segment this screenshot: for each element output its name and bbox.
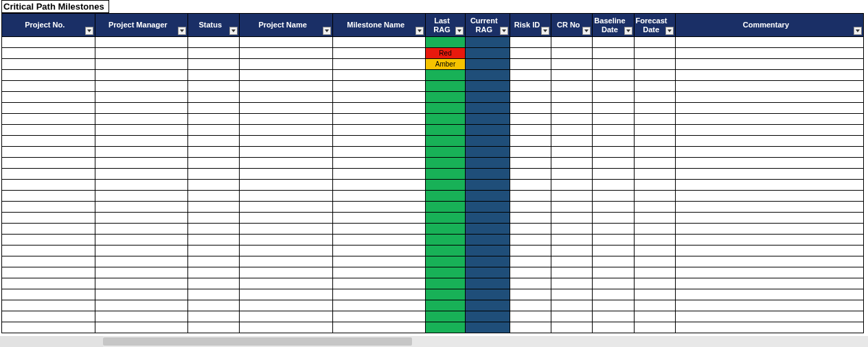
cell[interactable]	[2, 147, 95, 158]
cell[interactable]	[675, 136, 863, 147]
filter-dropdown-icon[interactable]	[85, 27, 93, 35]
cell[interactable]	[188, 300, 240, 311]
current-rag-cell[interactable]	[465, 202, 510, 213]
cell[interactable]	[332, 48, 426, 59]
cell[interactable]	[551, 311, 593, 322]
cell[interactable]	[332, 300, 426, 311]
cell[interactable]	[510, 125, 551, 136]
cell[interactable]	[675, 235, 863, 246]
cell[interactable]	[551, 213, 593, 224]
cell[interactable]	[2, 235, 95, 246]
cell[interactable]	[675, 92, 863, 103]
cell[interactable]	[634, 202, 675, 213]
cell[interactable]	[593, 81, 634, 92]
cell[interactable]	[675, 191, 863, 202]
cell[interactable]	[675, 169, 863, 180]
cell[interactable]	[332, 322, 426, 333]
cell[interactable]	[593, 147, 634, 158]
cell[interactable]	[593, 224, 634, 235]
cell[interactable]	[332, 267, 426, 278]
current-rag-cell[interactable]	[465, 246, 510, 256]
cell[interactable]	[332, 37, 426, 48]
cell[interactable]	[240, 37, 333, 48]
current-rag-cell[interactable]	[465, 322, 510, 333]
cell[interactable]	[551, 191, 593, 202]
last-rag-cell[interactable]	[426, 125, 465, 136]
cell[interactable]	[593, 289, 634, 300]
cell[interactable]	[510, 202, 551, 213]
cell[interactable]	[332, 103, 426, 114]
cell[interactable]	[593, 125, 634, 136]
cell[interactable]	[240, 114, 333, 125]
cell[interactable]	[675, 125, 863, 136]
cell[interactable]	[510, 103, 551, 114]
cell[interactable]	[510, 246, 551, 256]
cell[interactable]	[593, 235, 634, 246]
cell[interactable]	[551, 59, 593, 70]
cell[interactable]	[240, 81, 333, 92]
cell[interactable]	[2, 300, 95, 311]
cell[interactable]	[551, 202, 593, 213]
cell[interactable]	[510, 70, 551, 81]
cell[interactable]	[240, 278, 333, 289]
cell[interactable]	[95, 103, 188, 114]
cell[interactable]	[634, 246, 675, 256]
last-rag-cell[interactable]	[426, 37, 465, 48]
cell[interactable]	[593, 48, 634, 59]
cell[interactable]	[510, 48, 551, 59]
filter-dropdown-icon[interactable]	[415, 27, 424, 35]
cell[interactable]	[593, 311, 634, 322]
cell[interactable]	[95, 180, 188, 191]
last-rag-cell[interactable]	[426, 70, 465, 81]
cell[interactable]	[2, 191, 95, 202]
cell[interactable]	[240, 289, 333, 300]
cell[interactable]	[551, 48, 593, 59]
cell[interactable]	[551, 158, 593, 169]
cell[interactable]	[2, 322, 95, 333]
cell[interactable]	[240, 267, 333, 278]
cell[interactable]	[332, 180, 426, 191]
cell[interactable]	[188, 202, 240, 213]
current-rag-cell[interactable]	[465, 136, 510, 147]
last-rag-cell[interactable]	[426, 136, 465, 147]
cell[interactable]	[332, 70, 426, 81]
cell[interactable]	[332, 202, 426, 213]
filter-dropdown-icon[interactable]	[500, 27, 508, 35]
cell[interactable]	[551, 256, 593, 267]
cell[interactable]	[634, 59, 675, 70]
cell[interactable]	[510, 278, 551, 289]
current-rag-cell[interactable]	[465, 300, 510, 311]
cell[interactable]	[188, 235, 240, 246]
cell[interactable]	[95, 311, 188, 322]
cell[interactable]	[240, 311, 333, 322]
cell[interactable]	[510, 311, 551, 322]
cell[interactable]	[95, 158, 188, 169]
current-rag-cell[interactable]	[465, 103, 510, 114]
last-rag-cell[interactable]	[426, 81, 465, 92]
cell[interactable]	[2, 37, 95, 48]
cell[interactable]	[675, 81, 863, 92]
cell[interactable]	[675, 300, 863, 311]
cell[interactable]	[675, 213, 863, 224]
filter-dropdown-icon[interactable]	[624, 27, 632, 35]
cell[interactable]	[188, 158, 240, 169]
current-rag-cell[interactable]	[465, 235, 510, 246]
cell[interactable]	[240, 169, 333, 180]
cell[interactable]	[510, 235, 551, 246]
current-rag-cell[interactable]	[465, 48, 510, 59]
cell[interactable]	[2, 289, 95, 300]
cell[interactable]	[2, 103, 95, 114]
last-rag-cell[interactable]	[426, 158, 465, 169]
cell[interactable]	[95, 81, 188, 92]
cell[interactable]	[2, 136, 95, 147]
last-rag-cell[interactable]	[426, 235, 465, 246]
cell[interactable]	[95, 136, 188, 147]
cell[interactable]	[675, 202, 863, 213]
cell[interactable]	[95, 246, 188, 256]
cell[interactable]	[188, 169, 240, 180]
cell[interactable]	[188, 81, 240, 92]
cell[interactable]	[188, 48, 240, 59]
filter-dropdown-icon[interactable]	[323, 27, 331, 35]
last-rag-cell[interactable]	[426, 246, 465, 256]
current-rag-cell[interactable]	[465, 289, 510, 300]
